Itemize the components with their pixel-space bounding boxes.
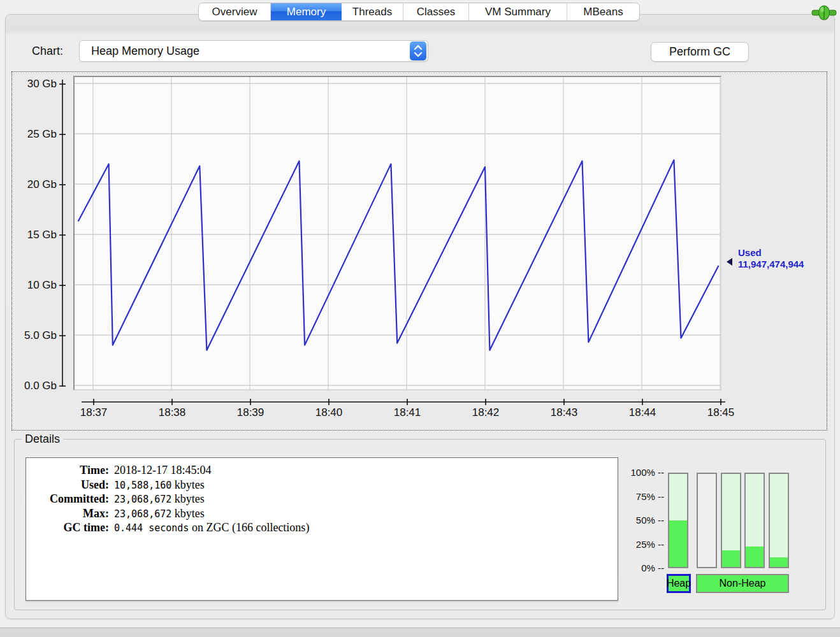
series-pointer-arrow-icon xyxy=(727,258,732,266)
tab-memory[interactable]: Memory xyxy=(271,3,342,20)
percent-scale-label: 75% -- xyxy=(626,491,664,502)
heap-usage-line-chart xyxy=(75,77,720,389)
connected-plug-icon xyxy=(811,4,837,22)
memory-pool-bar-non-heap-1[interactable] xyxy=(697,473,717,568)
detail-row-committed: Committed: 23,068,672 kbytes xyxy=(26,492,618,507)
memory-pool-bar-non-heap-4[interactable] xyxy=(769,473,789,568)
detail-row-used: Used: 10,588,160 kbytes xyxy=(26,478,618,493)
details-text-area[interactable]: Time: 2018-12-17 18:45:04 Used: 10,588,1… xyxy=(25,457,618,601)
bar-fill xyxy=(669,520,687,567)
detail-row-gc-time: GC time: 0.444 seconds on ZGC (166 colle… xyxy=(26,521,618,536)
tab-mbeans[interactable]: MBeans xyxy=(567,3,639,20)
perform-gc-button[interactable]: Perform GC xyxy=(651,42,749,62)
tab-bar: Overview Memory Threads Classes VM Summa… xyxy=(198,3,640,21)
non-heap-pool-button[interactable]: Non-Heap xyxy=(696,574,789,593)
used-series-name: Used xyxy=(738,247,804,259)
window-bottom-strip xyxy=(0,627,840,637)
bar-fill xyxy=(746,547,764,567)
bar-fill xyxy=(770,557,788,567)
tab-vm-summary[interactable]: VM Summary xyxy=(469,3,567,20)
bar-fill xyxy=(722,550,740,567)
detail-row-time: Time: 2018-12-17 18:45:04 xyxy=(26,464,618,478)
memory-pool-bar-non-heap-3[interactable] xyxy=(744,473,765,568)
chart-dropdown-label: Chart: xyxy=(32,45,63,58)
used-series-callout: Used 11,947,474,944 xyxy=(738,247,804,270)
heap-pool-button[interactable]: Heap xyxy=(667,574,691,593)
chart-plot-area xyxy=(73,76,721,390)
percent-scale-label: 100% -- xyxy=(626,467,664,478)
tab-overview[interactable]: Overview xyxy=(199,3,271,20)
percent-scale-label: 50% -- xyxy=(626,515,664,526)
memory-pool-bar-heap[interactable] xyxy=(668,473,688,568)
tab-threads[interactable]: Threads xyxy=(342,3,403,20)
percent-scale-label: 25% -- xyxy=(626,539,664,550)
detail-row-max: Max: 23,068,672 kbytes xyxy=(26,507,618,522)
details-group-legend: Details xyxy=(22,433,63,446)
memory-pool-bar-non-heap-2[interactable] xyxy=(721,473,741,568)
used-series-value: 11,947,474,944 xyxy=(738,259,804,270)
percent-scale-label: 0% -- xyxy=(626,562,664,573)
chevron-up-down-icon xyxy=(410,41,426,61)
chart-dropdown[interactable]: Heap Memory Usage xyxy=(79,40,428,62)
chart-dropdown-value: Heap Memory Usage xyxy=(80,45,410,58)
tab-classes[interactable]: Classes xyxy=(403,3,469,20)
